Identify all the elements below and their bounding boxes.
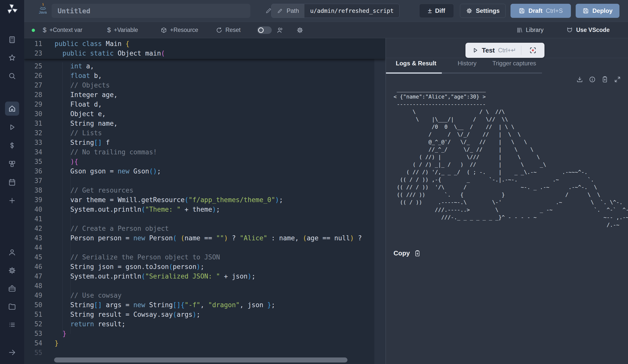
- download-result-icon[interactable]: [576, 76, 583, 84]
- settings-gear-icon[interactable]: [5, 263, 19, 278]
- vscode-icon: [566, 27, 573, 34]
- code-line: 31 String name,: [24, 119, 385, 128]
- reset-label: Reset: [225, 27, 241, 33]
- dollar-icon: $: [43, 26, 46, 34]
- reset-button[interactable]: Reset: [216, 22, 241, 38]
- path-value: u/admin/refreshed_script: [304, 4, 399, 18]
- code-line: 51 String result = Cowsay.say(args);: [24, 310, 385, 319]
- code-line: 33 String[] f: [24, 138, 385, 147]
- horizontal-scrollbar-thumb[interactable]: [54, 357, 347, 362]
- line-number: 41: [24, 214, 42, 224]
- toggle-knob: [258, 27, 264, 33]
- line-number: 35: [24, 157, 42, 166]
- diff-mode-toggle[interactable]: [257, 26, 272, 34]
- line-number: 40: [24, 205, 42, 214]
- user-icon[interactable]: [5, 245, 19, 259]
- arrow-right-icon[interactable]: [5, 345, 19, 359]
- use-vscode-button[interactable]: Use VScode: [566, 22, 610, 38]
- code-line: 40 System.out.println("Theme: " + theme)…: [24, 205, 385, 214]
- library-label: Library: [526, 27, 543, 33]
- code-line: 23 public static Object main(: [24, 49, 385, 58]
- library-button[interactable]: Library: [516, 22, 543, 38]
- test-button[interactable]: Test Ctrl+↵: [465, 43, 521, 58]
- topbar: Java Path u/admin/refreshed_script ± Dif…: [24, 0, 628, 22]
- line-number: 38: [24, 186, 42, 195]
- tab-active-underline: [386, 72, 442, 74]
- add-resource-button[interactable]: +Resource: [161, 22, 198, 38]
- save-icon: [582, 8, 589, 14]
- pencil-icon: [277, 8, 283, 14]
- gear-icon: [466, 8, 473, 14]
- capture-test-icon[interactable]: [521, 43, 544, 58]
- users-button[interactable]: [277, 22, 284, 38]
- status-dot: [32, 29, 35, 32]
- play-icon: [472, 47, 479, 54]
- line-number: 47: [24, 271, 42, 281]
- line-number: 55: [24, 348, 42, 357]
- line-number: 34: [24, 147, 42, 157]
- home-icon[interactable]: [5, 102, 19, 116]
- boxes-icon[interactable]: [5, 157, 19, 171]
- copy-label: Copy: [394, 249, 410, 257]
- plus-icon[interactable]: [5, 194, 19, 208]
- copy-json-clipboard-icon[interactable]: [601, 76, 608, 84]
- add-variable-button[interactable]: $ +Variable: [107, 22, 138, 38]
- tab-logs-result[interactable]: Logs & Result: [396, 60, 446, 71]
- toolbox-icon[interactable]: [5, 282, 19, 296]
- code-line: 37: [24, 176, 385, 186]
- code-line: 53 }: [24, 329, 385, 338]
- copy-result-button[interactable]: Copy: [394, 249, 421, 257]
- add-variable-label: +Variable: [114, 27, 138, 33]
- code-line: 30 Object e,: [24, 109, 385, 119]
- star-icon[interactable]: [5, 51, 19, 65]
- path-chip[interactable]: Path u/admin/refreshed_script: [271, 4, 400, 18]
- line-number: 11: [24, 39, 42, 49]
- code-line: 28 Integer age,: [24, 90, 385, 100]
- calculator-icon[interactable]: [5, 33, 19, 47]
- list-icon[interactable]: [5, 318, 19, 332]
- script-title-input[interactable]: [52, 4, 250, 18]
- search-icon[interactable]: [5, 69, 19, 83]
- code-line: 26 float b,: [24, 71, 385, 80]
- sticky-scroll-header: 11public class Main {23 public static Ob…: [24, 38, 385, 59]
- result-info-icon[interactable]: [589, 76, 596, 84]
- add-context-var-label: +Context var: [49, 27, 82, 33]
- code-line: 11public class Main {: [24, 39, 385, 49]
- line-number: 53: [24, 329, 42, 338]
- code-editor[interactable]: 11public class Main {23 public static Ob…: [24, 38, 385, 364]
- windmill-logo[interactable]: [5, 2, 19, 16]
- code-line: 32 // Lists: [24, 128, 385, 138]
- line-number: 33: [24, 138, 42, 147]
- language-label: Java: [39, 10, 47, 14]
- line-number: 49: [24, 291, 42, 300]
- reset-icon: [216, 27, 222, 33]
- editor-toolbar: $ +Context var $ +Variable +Resource Res…: [24, 22, 628, 38]
- folder-icon[interactable]: [5, 300, 19, 314]
- line-number: 39: [24, 195, 42, 205]
- add-context-var-button[interactable]: $ +Context var: [43, 22, 83, 38]
- line-number: 37: [24, 176, 42, 186]
- tab-trigger-captures[interactable]: Trigger captures: [492, 60, 543, 71]
- tab-history[interactable]: History: [458, 60, 480, 71]
- add-resource-label: +Resource: [170, 27, 198, 33]
- code-line: 36 Gson gson = new Gson();: [24, 166, 385, 176]
- settings-button[interactable]: Settings: [460, 4, 506, 18]
- diff-button[interactable]: ± Diff: [419, 4, 454, 18]
- line-number: 29: [24, 100, 42, 109]
- deploy-button[interactable]: Deploy: [576, 4, 619, 18]
- test-shortcut: Ctrl+↵: [498, 47, 516, 54]
- cowsay-dragon-output: ____________________________ < {"name":"…: [394, 85, 628, 229]
- use-vscode-label: Use VScode: [576, 27, 610, 33]
- clipboard-icon: [414, 250, 421, 257]
- draft-button[interactable]: Draft Ctrl+S: [511, 4, 571, 18]
- play-icon[interactable]: [5, 120, 19, 134]
- package-icon: [161, 27, 167, 33]
- diff-label: Diff: [435, 7, 445, 14]
- line-number: 30: [24, 109, 42, 119]
- test-button-group: Test Ctrl+↵: [465, 43, 544, 58]
- calendar-icon[interactable]: [5, 175, 19, 189]
- dollar-icon[interactable]: [5, 139, 19, 153]
- line-number: 31: [24, 119, 42, 128]
- expand-result-icon[interactable]: [614, 76, 621, 84]
- editor-settings-gear-icon[interactable]: [296, 22, 303, 38]
